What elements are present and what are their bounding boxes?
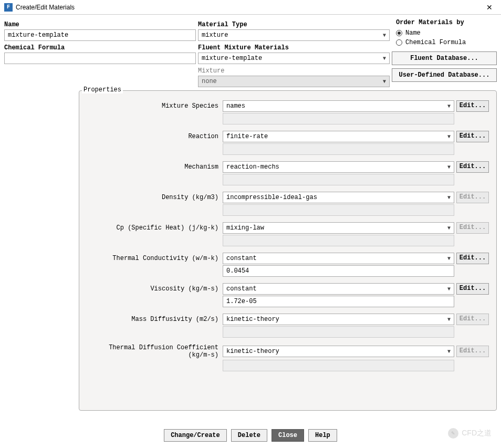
edit-button[interactable]: Edit... — [456, 100, 489, 112]
properties-frame: Mixture Species names ▼ Edit... Reaction… — [79, 90, 497, 411]
property-select[interactable]: kinetic-theory ▼ — [223, 314, 454, 325]
close-icon[interactable]: ✕ — [482, 2, 497, 13]
title-bar: F Create/Edit Materials ✕ — [0, 0, 501, 15]
property-label: Mass Diffusivity (m2/s) — [87, 316, 221, 323]
property-value: kinetic-theory — [226, 316, 279, 323]
property-row: Reaction finite-rate ▼ Edit... — [87, 131, 489, 142]
property-value: incompressible-ideal-gas — [226, 194, 317, 201]
property-select[interactable]: kinetic-theory ▼ — [223, 346, 454, 357]
edit-button[interactable]: Edit... — [456, 283, 489, 295]
property-sub-input[interactable] — [223, 113, 454, 124]
chevron-down-icon: ▼ — [447, 256, 451, 262]
fluent-mixture-select[interactable]: mixture-template ▼ — [198, 53, 390, 64]
property-sub-input[interactable] — [223, 143, 454, 155]
property-label: Cp (Specific Heat) (j/kg-k) — [87, 224, 221, 232]
chevron-down-icon: ▼ — [383, 33, 386, 38]
property-row: Cp (Specific Heat) (j/kg-k) mixing-law ▼… — [87, 222, 489, 234]
chevron-down-icon: ▼ — [383, 56, 386, 61]
property-row: Mass Diffusivity (m2/s) kinetic-theory ▼… — [87, 314, 489, 325]
chevron-down-icon: ▼ — [447, 317, 451, 322]
order-name-radio[interactable]: Name — [396, 28, 497, 38]
property-sub-input[interactable] — [223, 174, 454, 185]
edit-button[interactable]: Edit... — [456, 131, 489, 142]
chevron-down-icon: ▼ — [447, 164, 451, 170]
property-value: names — [226, 102, 245, 110]
property-sub-row — [87, 265, 489, 277]
property-label: Thermal Conductivity (w/m-k) — [87, 255, 221, 262]
user-database-button[interactable]: User-Defined Database... — [392, 68, 497, 82]
property-sub-row — [87, 143, 489, 155]
radio-icon — [396, 39, 402, 46]
mixture-value: none — [202, 78, 217, 85]
material-type-label: Material Type — [198, 21, 390, 28]
order-chem-label: Chemical Formula — [405, 39, 466, 46]
property-row: Thermal Diffusion Coefficient (kg/m-s) k… — [87, 344, 489, 359]
material-type-value: mixture — [202, 32, 228, 39]
property-sub-row — [87, 360, 489, 371]
watermark: ✎ CFD之道 — [448, 428, 492, 439]
property-select[interactable]: mixing-law ▼ — [223, 222, 454, 234]
edit-button: Edit... — [456, 314, 489, 325]
property-select[interactable]: reaction-mechs ▼ — [223, 161, 454, 173]
bottom-bar: Change/Create Delete Close Help — [0, 429, 501, 442]
chevron-down-icon: ▼ — [383, 79, 386, 85]
edit-button[interactable]: Edit... — [456, 253, 489, 264]
fluent-mixture-value: mixture-template — [202, 55, 262, 62]
chevron-down-icon: ▼ — [447, 349, 451, 355]
chevron-down-icon: ▼ — [447, 195, 451, 201]
chevron-down-icon: ▼ — [447, 225, 451, 231]
property-select[interactable]: names ▼ — [223, 100, 454, 112]
window-title: Create/Edit Materials — [16, 4, 482, 11]
property-sub-input[interactable] — [223, 326, 454, 338]
close-button[interactable]: Close — [272, 429, 304, 442]
property-sub-row — [87, 296, 489, 307]
chem-formula-input[interactable] — [4, 53, 196, 64]
change-create-button[interactable]: Change/Create — [164, 429, 227, 442]
watermark-icon: ✎ — [448, 428, 458, 439]
edit-button: Edit... — [456, 192, 489, 203]
property-row: Viscosity (kg/m-s) constant ▼ Edit... — [87, 283, 489, 295]
property-label: Reaction — [87, 133, 221, 140]
properties-label: Properties — [82, 86, 123, 93]
fluent-database-button[interactable]: Fluent Database... — [392, 51, 497, 65]
property-select[interactable]: incompressible-ideal-gas ▼ — [223, 192, 454, 203]
property-select[interactable]: constant ▼ — [223, 253, 454, 264]
app-icon: F — [4, 3, 13, 12]
material-type-select[interactable]: mixture ▼ — [198, 29, 390, 41]
edit-button: Edit... — [456, 346, 489, 357]
property-select[interactable]: constant ▼ — [223, 283, 454, 295]
help-button[interactable]: Help — [308, 429, 337, 442]
chem-formula-label: Chemical Formula — [4, 44, 196, 51]
chevron-down-icon: ▼ — [447, 134, 451, 140]
property-sub-input[interactable] — [223, 235, 454, 246]
property-sub-row — [87, 174, 489, 185]
property-sub-input[interactable] — [223, 296, 454, 307]
order-by-label: Order Materials by — [396, 19, 497, 26]
property-row: Mixture Species names ▼ Edit... — [87, 100, 489, 112]
property-row: Thermal Conductivity (w/m-k) constant ▼ … — [87, 253, 489, 264]
property-sub-input[interactable] — [223, 204, 454, 216]
order-name-label: Name — [405, 29, 421, 37]
name-input[interactable] — [4, 29, 196, 41]
property-select[interactable]: finite-rate ▼ — [223, 131, 454, 142]
property-label: Mechanism — [87, 163, 221, 171]
edit-button[interactable]: Edit... — [456, 161, 489, 173]
delete-button[interactable]: Delete — [231, 429, 267, 442]
property-sub-row — [87, 326, 489, 338]
property-sub-input[interactable] — [223, 265, 454, 277]
order-chem-radio[interactable]: Chemical Formula — [396, 38, 497, 47]
property-sub-row — [87, 235, 489, 246]
property-sub-input[interactable] — [223, 360, 454, 371]
radio-icon — [396, 30, 402, 36]
property-value: reaction-mechs — [226, 163, 279, 171]
property-row: Mechanism reaction-mechs ▼ Edit... — [87, 161, 489, 173]
name-label: Name — [4, 21, 196, 28]
mixture-label: Mixture — [198, 67, 390, 75]
fluent-mixture-label: Fluent Mixture Materials — [198, 44, 390, 51]
chevron-down-icon: ▼ — [447, 286, 451, 292]
property-label: Mixture Species — [87, 102, 221, 110]
mixture-select: none ▼ — [198, 76, 390, 87]
property-label: Density (kg/m3) — [87, 194, 221, 201]
watermark-text: CFD之道 — [462, 429, 492, 438]
chevron-down-icon: ▼ — [447, 103, 451, 109]
